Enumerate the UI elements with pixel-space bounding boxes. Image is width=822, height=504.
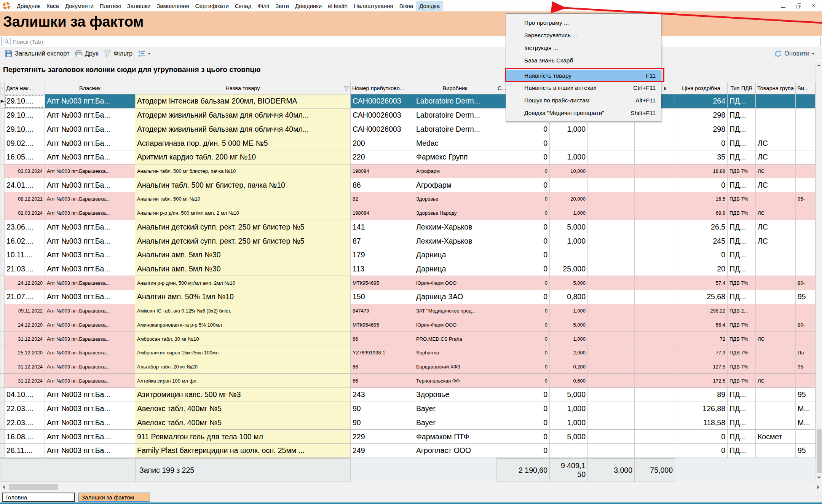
cell-vyd[interactable] <box>796 94 816 108</box>
cell-vat[interactable]: ПДВ 7% <box>728 346 756 360</box>
cell-date[interactable]: 24.12.2020 <box>5 318 45 332</box>
cell-qty2[interactable]: 0,800 <box>550 290 588 304</box>
cell-manufacturer[interactable]: Laboratoire Derm... <box>414 108 496 123</box>
cell-owner[interactable]: Апт №003 пгт.Барышевка... <box>45 276 135 290</box>
cell-qty1[interactable]: 0 <box>496 332 550 346</box>
help-menu-item-база-знань-скарб[interactable]: База знань Скарб <box>506 54 661 67</box>
table-row[interactable]: 22.03....Апт №003 пгт.Ба...Авелокс табл.… <box>0 402 816 416</box>
cell-vyd[interactable] <box>796 374 816 388</box>
cell-name[interactable]: 911 Ревмалгон гель для тела 100 мл <box>135 430 351 444</box>
cell-manufacturer[interactable]: Bayer <box>414 402 496 416</box>
cell-date[interactable]: 31.12.2024 <box>5 374 45 388</box>
cell-name[interactable]: Анальгин детский супп. рект. 250 мг блис… <box>135 220 351 234</box>
cell-price[interactable]: 25,68 <box>675 290 728 304</box>
cell-vat[interactable]: ПД... <box>728 444 756 458</box>
cell-qty3[interactable] <box>588 318 635 332</box>
cell-qty4[interactable] <box>635 318 675 332</box>
cell-vyd[interactable] <box>796 220 816 234</box>
cell-vat[interactable]: ПД... <box>728 108 756 123</box>
cell-vat[interactable]: ПДВ 7% <box>728 276 756 290</box>
cell-name[interactable]: Азитромицин капс. 500 мг №3 <box>135 388 351 402</box>
cell-vat[interactable]: ПД... <box>728 220 756 234</box>
cell-vat[interactable]: ПД... <box>728 290 756 304</box>
table-row[interactable]: 31.12.2024Апт №003 пгт.Барышевка...Алтей… <box>0 374 816 388</box>
cell-qty3[interactable] <box>588 444 635 458</box>
cell-name[interactable]: Анальгин табл. 500 мг блистер, пачка №10 <box>135 164 351 179</box>
cell-vat[interactable]: ПД... <box>728 248 756 262</box>
cell-qty1[interactable]: 0 <box>496 206 550 220</box>
cell-group[interactable] <box>756 416 796 430</box>
cell-vat[interactable]: ПДВ 7% <box>728 206 756 220</box>
cell-owner[interactable]: Апт №003 пгт.Ба... <box>45 122 135 136</box>
cell-qty4[interactable] <box>635 416 675 430</box>
cell-owner[interactable]: Апт №003 пгт.Ба... <box>45 178 135 192</box>
print-button[interactable]: Друк <box>72 49 101 58</box>
cell-date[interactable]: 08.12.2021 <box>5 192 45 206</box>
cell-qty1[interactable]: 0 <box>496 416 550 430</box>
cell-qty2[interactable]: 1,000 <box>550 206 588 220</box>
table-row[interactable]: 08.12.2021Апт №003 пгт.Барышевка...Аналь… <box>0 192 816 206</box>
cell-owner[interactable]: Апт №003 пгт.Барышевка... <box>45 304 135 318</box>
cell-qty2[interactable] <box>550 444 588 458</box>
cell-date[interactable]: 29.10.... <box>5 108 45 123</box>
cell-qty2[interactable]: 0,600 <box>550 374 588 388</box>
column-header-name[interactable]: Назва товару <box>135 82 351 94</box>
cell-date[interactable]: 25.12.2020 <box>5 346 45 360</box>
table-row[interactable]: 25.12.2020Апт №003 пгт.Барышевка...Амбро… <box>0 346 816 360</box>
cell-qty2[interactable]: 1,000 <box>550 150 588 164</box>
cell-qty1[interactable]: 0 <box>496 290 550 304</box>
cell-qty4[interactable] <box>635 192 675 206</box>
cell-manufacturer[interactable]: Юрия-Фарм ООО <box>414 318 496 332</box>
cell-qty1[interactable]: 0 <box>496 164 550 179</box>
cell-manufacturer[interactable]: Тернопольская ФФ <box>414 374 496 388</box>
cell-number[interactable]: 220 <box>351 150 414 164</box>
cell-qty4[interactable] <box>635 206 675 220</box>
cell-qty3[interactable] <box>588 192 635 206</box>
cell-group[interactable]: ЛС <box>756 374 796 388</box>
table-row[interactable]: 31.12.2024Апт №003 пгт.Барышевка...Амбро… <box>0 332 816 346</box>
table-row[interactable]: 16.08....Апт №003 пгт.Ба...911 Ревмалгон… <box>0 430 816 444</box>
cell-price[interactable]: 245 <box>675 234 728 248</box>
help-menu-item-зареєструватись[interactable]: Зареєструватись ... <box>506 29 661 41</box>
cell-manufacturer[interactable]: Дарница <box>414 248 496 262</box>
cell-qty2[interactable]: 0,200 <box>550 360 588 374</box>
cell-vyd[interactable] <box>796 234 816 248</box>
cell-owner[interactable]: Апт №003 пгт.Ба... <box>45 444 135 458</box>
cell-owner[interactable]: Апт №003 пгт.Барышевка... <box>45 346 135 360</box>
cell-price[interactable]: 56,4 <box>675 318 728 332</box>
cell-vyd[interactable] <box>796 178 816 192</box>
vertical-scroll-thumb[interactable] <box>817 429 822 473</box>
export-button[interactable]: Загальний експорт <box>2 49 72 58</box>
cell-name[interactable]: Атодерм живильний бальзам для обличчя 40… <box>135 108 351 123</box>
scroll-down-icon[interactable] <box>817 477 821 478</box>
cell-vat[interactable]: ПД... <box>728 402 756 416</box>
menu-item-склад[interactable]: Склад <box>232 1 254 11</box>
menu-item-замовлення[interactable]: Замовлення <box>153 1 192 11</box>
cell-number[interactable]: 150 <box>351 290 414 304</box>
column-header-owner[interactable]: Власник <box>45 82 135 94</box>
cell-group[interactable] <box>756 192 796 206</box>
cell-group[interactable]: ЛС <box>756 178 796 192</box>
cell-qty2[interactable]: 1,000 <box>550 416 588 430</box>
cell-qty1[interactable]: 0 <box>496 122 550 136</box>
cell-qty3[interactable] <box>588 136 635 150</box>
cell-vat[interactable]: ПД... <box>728 430 756 444</box>
cell-price[interactable]: 18,88 <box>675 164 728 179</box>
cell-manufacturer[interactable]: Юрия-Фарм ООО <box>414 276 496 290</box>
cell-vyd[interactable] <box>796 206 816 220</box>
cell-owner[interactable]: Апт №003 пгт.Ба... <box>45 416 135 430</box>
cell-number[interactable]: 200 <box>351 136 414 150</box>
cell-vyd[interactable] <box>796 108 816 123</box>
table-row[interactable]: 31.12.2024Апт №003 пгт.Барышевка...Альта… <box>0 360 816 374</box>
cell-qty4[interactable] <box>635 360 675 374</box>
table-row[interactable]: 02.03.2024Апт №003 пгт.Барышевка...Аналь… <box>0 164 816 179</box>
cell-name[interactable]: Family Plast бактерицидни на шолк. осн. … <box>135 444 351 458</box>
cell-name[interactable]: Анальгин табл. 500 мг блистер, пачка №10 <box>135 178 351 192</box>
table-row[interactable]: ▶29.10....Апт №003 пгт.Ба...Атодерм Інте… <box>0 94 816 108</box>
cell-manufacturer[interactable]: Здоровье <box>414 192 496 206</box>
cell-qty2[interactable]: 1,000 <box>550 402 588 416</box>
cell-qty2[interactable]: 5,000 <box>550 276 588 290</box>
cell-qty1[interactable]: 0 <box>496 402 550 416</box>
cell-number[interactable]: 90 <box>351 416 414 430</box>
cell-vyd[interactable] <box>796 430 816 444</box>
